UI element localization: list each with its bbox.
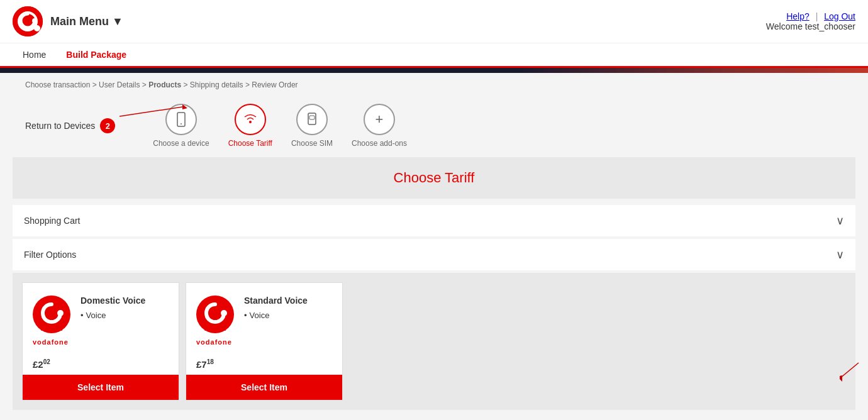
breadcrumb-shipping[interactable]: Shipping details [190, 80, 243, 89]
product-info-1: Domestic Voice Voice [81, 296, 169, 320]
phone-icon [172, 111, 190, 128]
product-card-2: vodafone Standard Voice Voice vodafone £… [186, 282, 343, 401]
price-whole-1: £2 [33, 359, 43, 370]
vodafone-brand-logo-1: vodafone [33, 296, 70, 333]
header-left: Main Menu ▼ [13, 6, 123, 36]
step-choose-tariff: Choose Tariff [228, 104, 272, 148]
breadcrumb-sep-1: > [92, 80, 99, 89]
page-wrapper: Main Menu ▼ Help? | Log Out Welcome test… [0, 0, 868, 420]
product-price-1: £202 [23, 352, 179, 372]
step-circle-tariff [235, 104, 266, 135]
header-links: Help? | Log Out [786, 11, 855, 21]
breadcrumb-choose-transaction[interactable]: Choose transaction [25, 80, 90, 89]
breadcrumb-user-details[interactable]: User Details [99, 80, 140, 89]
shopping-cart-label: Shopping Cart [24, 216, 81, 226]
product-feature-2: Voice [244, 311, 332, 320]
empty-product-slot: 1 Select Tariff [349, 282, 846, 401]
shopping-cart-toggle[interactable]: Shopping Cart ∨ [13, 205, 855, 236]
svg-point-13 [221, 310, 227, 316]
svg-text:vodafone: vodafone [204, 326, 226, 332]
svg-text:vodafone: vodafone [40, 326, 63, 332]
steps-area: Return to Devices 2 Choose a devi [13, 94, 855, 157]
product-name-2: Standard Voice [244, 296, 332, 306]
brand-label-1: vodafone [33, 338, 69, 346]
breadcrumb-sep-4: > [245, 80, 252, 89]
step-addons-label: Choose add-ons [352, 139, 407, 148]
svg-point-5 [181, 123, 182, 124]
shopping-cart-panel: Shopping Cart ∨ [13, 205, 855, 236]
select-item-button-1[interactable]: Select Item [23, 375, 179, 400]
product-info-2: Standard Voice Voice [244, 296, 332, 320]
svg-marker-16 [840, 375, 842, 382]
vodafone-logo-svg [13, 6, 43, 36]
product-logo-1: vodafone [33, 296, 70, 333]
hero-banner [0, 68, 868, 73]
select-item-button-2[interactable]: Select Item [186, 375, 342, 400]
product-price-2: £718 [186, 352, 342, 372]
step-device-label: Choose a device [153, 139, 209, 148]
step-circle-sim [296, 104, 328, 135]
nav-tabs: Home Build Package [0, 43, 868, 68]
product-card-top-1: vodafone Domestic Voice Voice [33, 296, 169, 333]
svg-point-0 [13, 6, 43, 36]
products-grid: vodafone Domestic Voice Voice vodafone £… [13, 273, 855, 410]
breadcrumb-products: Products [148, 80, 181, 89]
filter-options-panel: Filter Options ∨ [13, 239, 855, 270]
svg-point-1 [32, 18, 37, 23]
help-link[interactable]: Help? [786, 11, 810, 21]
breadcrumb-sep-2: > [142, 80, 148, 89]
breadcrumb-sep-3: > [184, 80, 190, 89]
plus-icon: + [376, 111, 384, 128]
shopping-cart-chevron: ∨ [836, 214, 844, 228]
breadcrumb: Choose transaction > User Details > Prod… [13, 73, 855, 94]
product-card-body-1: vodafone Domestic Voice Voice vodafone [23, 283, 179, 352]
welcome-text: Welcome test_chooser [766, 21, 855, 31]
product-logo-2: vodafone [196, 296, 234, 333]
breadcrumb-review[interactable]: Review Order [252, 80, 298, 89]
main-menu-button[interactable]: Main Menu ▼ [50, 15, 123, 28]
svg-line-15 [840, 363, 859, 379]
header: Main Menu ▼ Help? | Log Out Welcome test… [0, 0, 868, 43]
filter-options-label: Filter Options [24, 250, 76, 260]
pipe-separator: | [816, 11, 818, 21]
step-choose-device: Choose a device [153, 104, 209, 148]
price-whole-2: £7 [196, 359, 207, 370]
svg-point-6 [249, 121, 252, 123]
step-circle-addons: + [364, 104, 395, 135]
wifi-icon [242, 111, 259, 128]
product-name-1: Domestic Voice [81, 296, 169, 306]
steps-list: Choose a device Choose Tariff [153, 104, 407, 148]
step-choose-addons: + Choose add-ons [352, 104, 407, 148]
step-circle-device [165, 104, 197, 135]
price-decimal-2: 18 [207, 358, 214, 365]
svg-rect-8 [309, 116, 314, 119]
product-feature-1: Voice [81, 311, 169, 320]
product-card-body-2: vodafone Standard Voice Voice vodafone [186, 283, 342, 352]
inner-content: Choose transaction > User Details > Prod… [0, 73, 868, 420]
filter-options-chevron: ∨ [836, 248, 844, 262]
logout-link[interactable]: Log Out [824, 11, 855, 21]
vodafone-brand-logo-2: vodafone [196, 296, 234, 333]
choose-tariff-heading: Choose Tariff [13, 157, 855, 199]
annotation-arrow [840, 356, 868, 388]
step-tariff-label: Choose Tariff [228, 139, 272, 148]
return-badge: 2 [100, 118, 115, 133]
filter-options-toggle[interactable]: Filter Options ∨ [13, 239, 855, 270]
product-card-1: vodafone Domestic Voice Voice vodafone £… [22, 282, 179, 401]
step-choose-sim: Choose SIM [291, 104, 333, 148]
price-decimal-1: 02 [43, 358, 50, 365]
header-right: Help? | Log Out Welcome test_chooser [766, 11, 855, 31]
step-sim-label: Choose SIM [291, 139, 333, 148]
sim-icon [303, 111, 321, 128]
tab-build-package[interactable]: Build Package [56, 43, 136, 66]
brand-label-2: vodafone [196, 338, 232, 346]
svg-point-10 [57, 310, 64, 316]
return-to-devices-button[interactable]: Return to Devices 2 [25, 118, 115, 133]
vodafone-logo [13, 6, 43, 36]
tab-home[interactable]: Home [13, 43, 56, 66]
return-label: Return to Devices [25, 121, 95, 131]
product-card-top-2: vodafone Standard Voice Voice [196, 296, 332, 333]
